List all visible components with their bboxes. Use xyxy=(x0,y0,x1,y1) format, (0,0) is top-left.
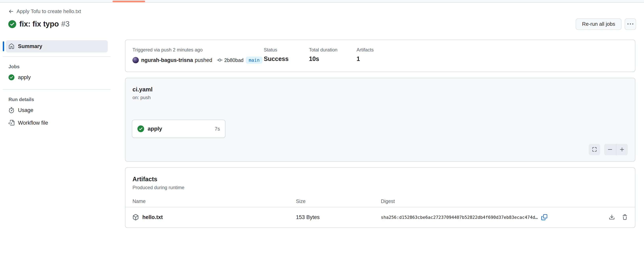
breadcrumb-label: Apply Tofu to create hello.txt xyxy=(16,8,81,15)
table-row: hello.txt 153 Bytes sha256:d152863cbe6ac… xyxy=(125,207,635,227)
stat-label: Artifacts xyxy=(356,47,628,53)
main-layout: Summary Jobs apply Run details Usage xyxy=(0,40,644,256)
artifact-name-cell: hello.txt xyxy=(132,214,296,220)
sidebar: Summary Jobs apply Run details Usage xyxy=(0,40,118,256)
breadcrumb[interactable]: Apply Tofu to create hello.txt xyxy=(8,8,81,15)
zoom-in-button[interactable] xyxy=(616,144,628,155)
commit-sha: 2b80bad xyxy=(224,57,244,63)
artifacts-head: Artifacts Produced during runtime xyxy=(125,168,635,190)
minus-icon xyxy=(607,147,613,152)
sidebar-divider xyxy=(3,56,110,57)
kebab-menu-button[interactable] xyxy=(625,18,636,30)
graph-controls xyxy=(589,144,628,155)
screen-full-icon xyxy=(592,147,597,152)
workflow-trigger: on: push xyxy=(132,95,628,100)
job-node-apply[interactable]: apply 7s xyxy=(132,120,226,138)
kebab-horizontal-icon xyxy=(628,21,633,27)
workflow-graph-card: ci.yaml on: push apply 7s xyxy=(125,78,635,162)
sidebar-divider xyxy=(3,89,110,90)
zoom-control-group xyxy=(604,144,628,155)
artifacts-title: Artifacts xyxy=(132,176,628,183)
stat-label: Total duration xyxy=(309,47,356,53)
run-summary-card: Triggered via push 2 minutes ago ngurah-… xyxy=(125,40,635,72)
commit-link[interactable]: 2b80bad xyxy=(217,57,244,63)
delete-artifact-button[interactable] xyxy=(622,214,628,220)
download-artifact-button[interactable] xyxy=(609,214,615,220)
trigger-block: Triggered via push 2 minutes ago ngurah-… xyxy=(132,47,264,64)
loading-progress-bar xyxy=(112,1,145,2)
check-circle-icon xyxy=(138,125,144,132)
check-circle-icon xyxy=(8,20,16,28)
download-icon xyxy=(609,214,615,220)
sidebar-item-workflow-file[interactable]: Workflow file xyxy=(6,118,108,128)
top-loading-strip xyxy=(0,0,644,3)
zoom-out-button[interactable] xyxy=(604,144,616,155)
run-number: #3 xyxy=(61,20,70,28)
avatar[interactable] xyxy=(132,57,139,63)
sidebar-item-label: Usage xyxy=(18,107,33,113)
artifact-row-actions xyxy=(609,214,628,220)
actor-row: ngurah-bagus-trisna pushed 2b80bad main xyxy=(132,57,264,64)
sidebar-item-label: Workflow file xyxy=(18,120,48,126)
stat-column-duration: Total duration 10s xyxy=(309,47,356,64)
sidebar-item-usage[interactable]: Usage xyxy=(6,105,108,115)
sidebar-item-summary[interactable]: Summary xyxy=(6,40,108,52)
page-title: fix: fix typo xyxy=(19,20,59,28)
column-header-name: Name xyxy=(132,198,296,204)
check-circle-icon xyxy=(8,74,14,80)
fullscreen-button[interactable] xyxy=(589,144,600,155)
stat-value: 10s xyxy=(309,55,356,63)
sidebar-item-label: apply xyxy=(18,74,31,80)
artifact-size: 153 Bytes xyxy=(296,214,381,220)
arrow-left-icon xyxy=(8,9,14,14)
stat-column-status: Status Success xyxy=(264,47,309,64)
artifacts-card: Artifacts Produced during runtime Name S… xyxy=(125,167,635,228)
sidebar-section-jobs-title: Jobs xyxy=(6,64,118,69)
stat-value: Success xyxy=(264,55,309,63)
artifact-digest: sha256:d152863cbe6ac27237094407b52822db4… xyxy=(381,215,538,220)
home-icon xyxy=(8,43,14,49)
artifact-name: hello.txt xyxy=(142,214,163,220)
sidebar-item-job-apply[interactable]: apply xyxy=(6,72,108,82)
trigger-text: Triggered via push 2 minutes ago xyxy=(132,47,264,53)
workflow-file-name: ci.yaml xyxy=(132,86,628,93)
actor-action: pushed xyxy=(195,57,212,63)
artifact-digest-cell: sha256:d152863cbe6ac27237094407b52822db4… xyxy=(381,214,628,220)
stat-value: 1 xyxy=(356,55,628,63)
sidebar-run-details-list: Usage Workflow file xyxy=(6,105,118,128)
job-duration: 7s xyxy=(215,126,220,132)
sidebar-item-label: Summary xyxy=(18,43,42,49)
actor-name[interactable]: ngurah-bagus-trisna xyxy=(141,57,193,63)
column-header-digest: Digest xyxy=(381,198,628,204)
job-name: apply xyxy=(148,126,162,132)
sidebar-jobs-list: apply xyxy=(6,72,118,82)
stat-label: Status xyxy=(264,47,309,53)
package-icon xyxy=(132,214,139,220)
sidebar-section-run-details-title: Run details xyxy=(6,97,118,102)
title-row: fix: fix typo #3 Re-run all jobs xyxy=(8,18,636,30)
header-actions: Re-run all jobs xyxy=(576,18,636,30)
copy-icon xyxy=(541,214,547,220)
trash-icon xyxy=(622,214,628,220)
git-commit-icon xyxy=(217,57,222,63)
main-content: Triggered via push 2 minutes ago ngurah-… xyxy=(125,40,635,256)
page-header: Apply Tofu to create hello.txt fix: fix … xyxy=(8,8,636,30)
stopwatch-icon xyxy=(8,107,14,113)
branch-badge[interactable]: main xyxy=(246,57,262,64)
copy-digest-button[interactable] xyxy=(541,214,547,220)
rerun-all-jobs-button[interactable]: Re-run all jobs xyxy=(576,18,622,30)
column-header-size: Size xyxy=(296,198,381,204)
file-code-icon xyxy=(8,120,14,126)
artifacts-table-header: Name Size Digest xyxy=(125,195,635,207)
artifacts-subtitle: Produced during runtime xyxy=(132,185,628,190)
plus-icon xyxy=(619,147,625,152)
stat-column-artifacts: Artifacts 1 xyxy=(356,47,628,64)
